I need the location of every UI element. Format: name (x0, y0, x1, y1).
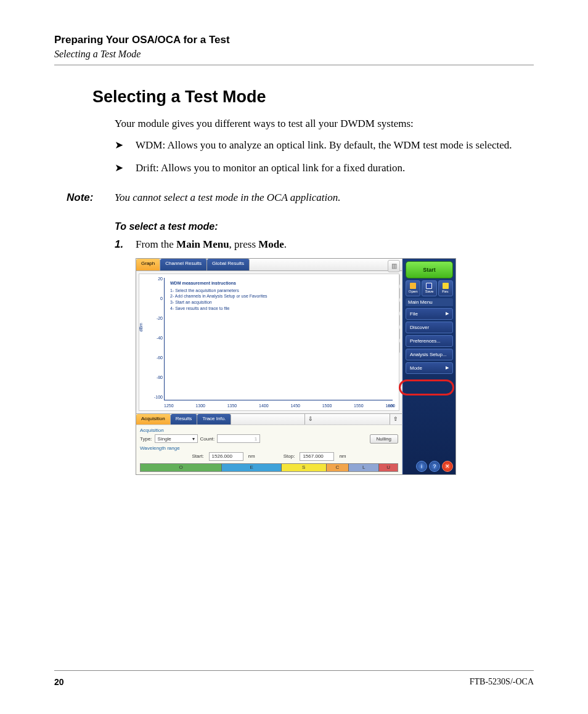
acquisition-panel: Acquisition Type: Single▾ Count: 1 Nulli… (136, 424, 402, 474)
bullet-wdm: WDM: Allows you to analyze an optical li… (115, 139, 534, 153)
sidebar-footer-icons: i ? ✕ (406, 461, 453, 472)
stop-field[interactable]: 1567.000 (300, 452, 334, 461)
chapter-title: Preparing Your OSA/OCA for a Test (54, 34, 534, 46)
graph-area: dBm 20 0 -20 -40 -60 -80 -100 WDM measur… (139, 274, 399, 411)
collapse-up-icon[interactable]: ⇧ (390, 414, 402, 424)
save-button[interactable]: Save (422, 280, 436, 296)
x-ticks: 1250 1300 1350 1400 1450 1500 1550 1600 (164, 404, 395, 408)
count-label: Count: (200, 436, 215, 442)
note-body: You cannot select a test mode in the OCA… (115, 192, 534, 204)
tool-marker-icon[interactable]: ▥ (388, 260, 400, 272)
band-u[interactable]: U (379, 464, 398, 471)
stop-label: Stop: (284, 453, 295, 459)
step-bold-mode: Mode (258, 238, 284, 250)
step-text-pre: From the (136, 238, 176, 250)
page-footer: 20 FTB-5230S/-OCA (54, 677, 534, 687)
intro-paragraph: Your module gives you different ways to … (115, 118, 534, 130)
help-icon[interactable]: ? (429, 461, 440, 472)
bullet-drift: Drift: Allows you to monitor an optical … (115, 161, 534, 176)
nulling-button[interactable]: Nulling (370, 434, 398, 444)
procedure-heading: To select a test mode: (115, 221, 534, 232)
tab-trace-info[interactable]: Trace Info. (197, 414, 231, 424)
step-bold-mainmenu: Main Menu (176, 238, 229, 250)
band-e[interactable]: E (222, 464, 282, 471)
step-text-post: . (284, 238, 287, 250)
open-button[interactable]: Open (406, 280, 420, 296)
app-screenshot: ▥ ↖ ✋ ◰ 🔍 ⤢ ↺ Graph Channel Results Glob… (136, 258, 456, 475)
quick-icons-row: Open Save Fav. (406, 280, 453, 296)
band-c[interactable]: C (327, 464, 349, 471)
y-ticks: 20 0 -20 -40 -60 -80 -100 (152, 277, 163, 399)
menu-preferences[interactable]: Preferences... (406, 335, 453, 347)
instr-title: WDM measurement instructions (170, 280, 267, 286)
band-s[interactable]: S (282, 464, 327, 471)
tab-graph[interactable]: Graph (136, 259, 160, 270)
step-text-mid: , press (229, 238, 259, 250)
footer-rule (54, 670, 534, 671)
app-main-area: Graph Channel Results Global Results dBm… (136, 259, 402, 474)
x-axis-unit: nm (388, 404, 394, 408)
tab-acquisition[interactable]: Acquisition (136, 414, 171, 424)
arrow-right-icon: ▶ (446, 311, 449, 316)
band-o[interactable]: O (141, 464, 222, 471)
start-label: Start: (192, 453, 203, 459)
tab-results[interactable]: Results (171, 414, 198, 424)
main-menu-header: Main Menu (406, 298, 453, 306)
arrow-right-icon: ▶ (446, 365, 449, 370)
band-l[interactable]: L (349, 464, 379, 471)
acquisition-section-label: Acquisition (140, 428, 398, 433)
star-icon (443, 283, 449, 289)
stop-unit: nm (339, 453, 346, 459)
procedure-steps: 1. From the Main Menu, press Mode. (115, 238, 534, 251)
page-title: Selecting a Test Mode (92, 87, 534, 107)
document-id: FTB-5230S/-OCA (470, 677, 534, 687)
chevron-down-icon: ▾ (192, 436, 195, 442)
top-tabs: Graph Channel Results Global Results (136, 259, 402, 271)
header-rule (54, 65, 534, 65)
tab-channel-results[interactable]: Channel Results (160, 259, 207, 270)
menu-mode[interactable]: Mode▶ (406, 362, 453, 374)
type-label: Type: (140, 436, 152, 442)
page-number: 20 (54, 677, 64, 687)
feature-bullets: WDM: Allows you to analyze an optical li… (115, 139, 534, 176)
disk-icon (426, 283, 432, 289)
close-icon[interactable]: ✕ (442, 461, 453, 472)
y-axis-label: dBm (139, 323, 143, 331)
favorites-button[interactable]: Fav. (438, 280, 453, 296)
menu-file[interactable]: File▶ (406, 308, 453, 320)
right-sidebar: Start Open Save Fav. Main Menu File▶ Dis… (402, 259, 455, 474)
step-number: 1. (115, 238, 123, 251)
type-dropdown[interactable]: Single▾ (155, 434, 198, 443)
info-icon[interactable]: i (416, 461, 427, 472)
section-subtitle: Selecting a Test Mode (54, 49, 534, 60)
bottom-tabs: Acquisition Results Trace Info. ⇩ ⇧ (136, 413, 402, 424)
menu-discover[interactable]: Discover (406, 322, 453, 333)
wavelength-range-label: Wavelength range (140, 445, 398, 451)
note-block: Note: You cannot select a test mode in t… (67, 192, 534, 204)
graph-instructions: WDM measurement instructions 1- Select t… (170, 280, 267, 312)
collapse-down-icon[interactable]: ⇩ (304, 414, 317, 424)
note-label: Note: (67, 192, 115, 204)
wavelength-bands: O E S C L U (140, 463, 398, 472)
start-button[interactable]: Start (406, 261, 453, 278)
tab-global-results[interactable]: Global Results (207, 259, 250, 270)
count-field[interactable]: 1 (217, 434, 260, 443)
menu-analysis-setup[interactable]: Analysis Setup... (406, 349, 453, 360)
step-1: 1. From the Main Menu, press Mode. (115, 238, 534, 251)
start-field[interactable]: 1526.000 (209, 452, 243, 461)
start-unit: nm (248, 453, 255, 459)
folder-icon (410, 283, 416, 289)
